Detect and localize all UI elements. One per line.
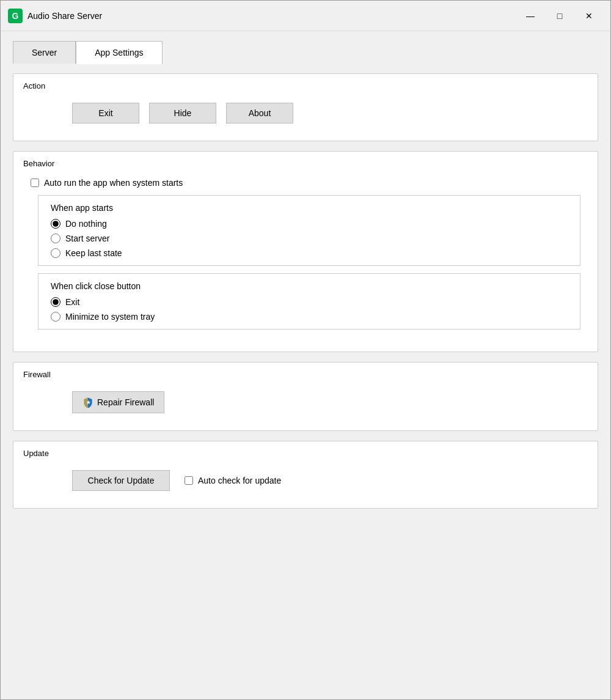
tabs: Server App Settings — [13, 41, 598, 64]
tab-app-settings[interactable]: App Settings — [76, 41, 162, 64]
update-content: Check for Update Auto check for update — [23, 465, 588, 496]
behavior-content: Auto run the app when system starts When… — [23, 175, 588, 339]
keep-last-state-radio[interactable] — [51, 248, 60, 258]
auto-run-label: Auto run the app when system starts — [44, 178, 183, 188]
exit-button[interactable]: Exit — [72, 103, 139, 123]
about-button[interactable]: About — [226, 103, 293, 123]
auto-check-checkbox[interactable] — [185, 476, 193, 485]
hide-button[interactable]: Hide — [149, 103, 216, 123]
content-area: Server App Settings Action Exit Hide Abo… — [1, 31, 610, 699]
firewall-section: Firewall ★ Repair Firewall — [13, 362, 598, 431]
main-content: Action Exit Hide About Behavior Auto run… — [13, 73, 598, 690]
start-server-radio[interactable] — [51, 234, 60, 243]
shield-icon: ★ — [82, 397, 93, 408]
when-close-section: When click close button Exit Minimize to… — [38, 273, 580, 330]
action-section: Action Exit Hide About — [13, 73, 598, 141]
when-close-title: When click close button — [51, 281, 568, 291]
svg-text:★: ★ — [86, 400, 91, 405]
auto-check-label: Auto check for update — [198, 476, 281, 485]
titlebar: G Audio Share Server — □ ✕ — [1, 1, 610, 31]
keep-last-state-label: Keep last state — [65, 248, 122, 258]
start-server-label: Start server — [65, 234, 109, 243]
update-section: Update Check for Update Auto check for u… — [13, 441, 598, 509]
keep-last-state-row: Keep last state — [51, 248, 568, 258]
repair-firewall-label: Repair Firewall — [97, 397, 154, 407]
exit-close-label: Exit — [65, 297, 79, 307]
minimize-tray-label: Minimize to system tray — [65, 312, 155, 322]
maximize-button[interactable]: □ — [546, 6, 574, 26]
minimize-button[interactable]: — — [516, 6, 544, 26]
exit-close-row: Exit — [51, 297, 568, 307]
minimize-tray-row: Minimize to system tray — [51, 312, 568, 322]
behavior-title: Behavior — [23, 159, 588, 168]
when-starts-title: When app starts — [51, 203, 568, 213]
do-nothing-row: Do nothing — [51, 219, 568, 229]
svg-text:G: G — [12, 11, 19, 21]
auto-check-row: Auto check for update — [185, 476, 281, 485]
exit-close-radio[interactable] — [51, 297, 60, 307]
firewall-content: ★ Repair Firewall — [23, 386, 588, 418]
action-title: Action — [23, 81, 588, 90]
start-server-row: Start server — [51, 234, 568, 243]
minimize-tray-radio[interactable] — [51, 312, 60, 322]
when-starts-section: When app starts Do nothing Start server … — [38, 195, 580, 266]
do-nothing-label: Do nothing — [65, 219, 107, 229]
close-button[interactable]: ✕ — [575, 6, 603, 26]
firewall-title: Firewall — [23, 370, 588, 379]
window-controls: — □ ✕ — [516, 6, 603, 26]
tab-server[interactable]: Server — [13, 41, 76, 64]
auto-run-row: Auto run the app when system starts — [31, 178, 580, 188]
main-window: G Audio Share Server — □ ✕ Server App Se… — [0, 0, 611, 700]
app-icon: G — [8, 9, 23, 23]
window-title: Audio Share Server — [27, 11, 516, 21]
auto-run-checkbox[interactable] — [31, 179, 39, 187]
action-buttons: Exit Hide About — [23, 98, 588, 128]
behavior-section: Behavior Auto run the app when system st… — [13, 151, 598, 352]
do-nothing-radio[interactable] — [51, 219, 60, 229]
repair-firewall-button[interactable]: ★ Repair Firewall — [72, 391, 164, 413]
check-update-button[interactable]: Check for Update — [72, 470, 170, 491]
update-title: Update — [23, 449, 588, 458]
